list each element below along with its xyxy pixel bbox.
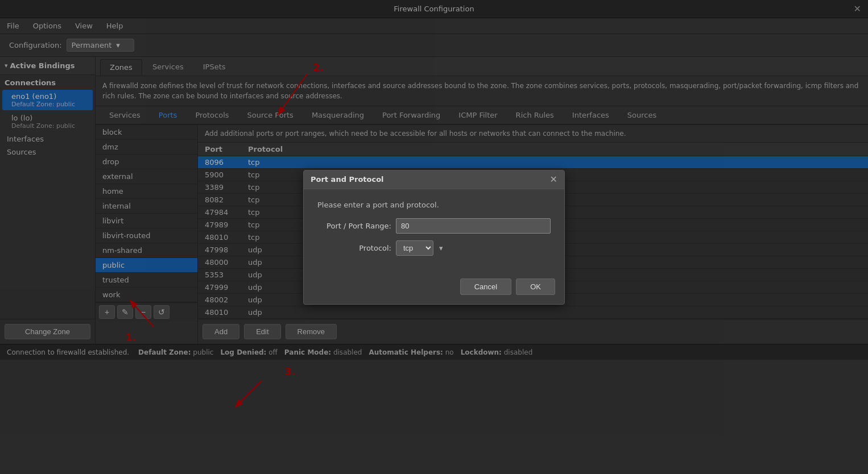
modal-close-button[interactable]: ✕ — [550, 175, 557, 184]
modal-description: Please enter a port and protocol. — [317, 201, 551, 209]
protocol-row: Protocol: tcp udp sctp dccp ▾ — [317, 240, 551, 256]
modal-cancel-button[interactable]: Cancel — [460, 278, 511, 295]
protocol-dropdown-arrow: ▾ — [439, 244, 443, 252]
modal-actions: Cancel OK — [304, 274, 564, 304]
port-range-row: Port / Port Range: — [317, 218, 551, 234]
protocol-label: Protocol: — [317, 244, 391, 252]
modal-titlebar: Port and Protocol ✕ — [304, 171, 564, 189]
protocol-select[interactable]: tcp udp sctp dccp — [396, 240, 433, 256]
modal-overlay: Port and Protocol ✕ Please enter a port … — [0, 0, 868, 474]
modal-body: Please enter a port and protocol. Port /… — [304, 189, 564, 274]
port-range-label: Port / Port Range: — [317, 222, 391, 230]
modal-ok-button[interactable]: OK — [516, 278, 555, 295]
modal-port-protocol: Port and Protocol ✕ Please enter a port … — [303, 170, 565, 305]
port-range-input[interactable] — [396, 218, 551, 234]
modal-title: Port and Protocol — [311, 175, 384, 184]
